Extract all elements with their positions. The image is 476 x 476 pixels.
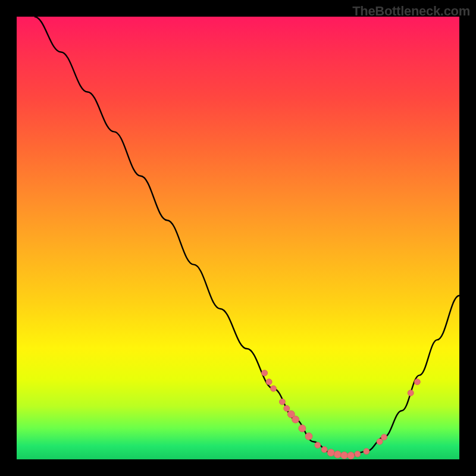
data-marker bbox=[364, 449, 369, 455]
data-marker bbox=[341, 452, 348, 459]
chart-frame bbox=[17, 17, 459, 459]
data-marker bbox=[377, 439, 383, 444]
data-marker bbox=[279, 399, 285, 405]
data-marker bbox=[334, 451, 341, 458]
data-marker bbox=[381, 434, 387, 440]
plot-area bbox=[17, 17, 459, 459]
data-marker bbox=[284, 405, 290, 411]
data-marker bbox=[262, 370, 268, 376]
data-marker bbox=[355, 451, 361, 457]
data-marker bbox=[299, 425, 306, 432]
data-marker bbox=[271, 386, 277, 392]
data-marker bbox=[347, 452, 355, 459]
data-marker bbox=[305, 433, 312, 440]
data-marker bbox=[327, 449, 334, 456]
data-marker bbox=[414, 379, 420, 385]
bottleneck-curve bbox=[35, 17, 459, 456]
curve-layer bbox=[17, 17, 459, 459]
data-marker bbox=[266, 379, 272, 385]
data-marker bbox=[321, 447, 327, 453]
data-marker bbox=[315, 442, 321, 448]
data-marker bbox=[292, 416, 299, 423]
data-marker bbox=[408, 390, 414, 396]
